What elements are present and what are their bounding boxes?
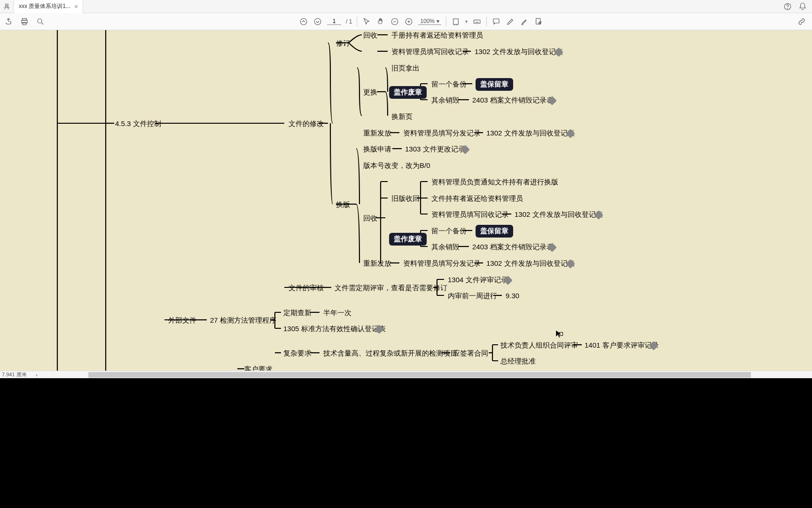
toolbar: / 1 100%▾ ▾ xyxy=(0,13,812,30)
edit-doc-icon[interactable] xyxy=(534,17,543,26)
node-1302-4: 1302 文件发放与回收登记表 xyxy=(486,259,575,268)
node-jiuban-shouhui: 旧版收回 xyxy=(391,194,420,203)
comment-icon[interactable] xyxy=(492,17,501,26)
node-gaibaoliu2: 盖保留章 xyxy=(476,225,513,238)
node-xiuding: 修订 xyxy=(336,39,350,48)
file-tab[interactable]: xxx 质量体系培训1... × xyxy=(14,0,83,13)
node-wenjian-fanhuan: 文件持有者返还给资料管理员 xyxy=(431,194,523,203)
page-input[interactable] xyxy=(327,18,341,25)
node-huanban: 换版 xyxy=(336,200,350,209)
node-1302-1: 1302 文件发放与回收登记表 xyxy=(475,48,563,56)
zoom-in-icon[interactable] xyxy=(404,17,414,26)
svg-point-1 xyxy=(788,8,788,8)
node-jiuye: 旧页拿出 xyxy=(391,64,420,73)
help-icon[interactable] xyxy=(783,2,792,11)
zoom-out-icon[interactable] xyxy=(390,17,399,26)
svg-point-6 xyxy=(300,18,307,25)
node-liubeifen1: 留一个备份 xyxy=(431,80,467,89)
cursor-box xyxy=(559,332,563,336)
node-kehu: 客户要求 xyxy=(244,365,273,371)
node-dingqi-chaxin: 定期查新 xyxy=(283,309,312,318)
node-zongjingli: 总经理批准 xyxy=(500,357,536,366)
svg-point-7 xyxy=(314,18,321,25)
node-ziliao-huishou: 资料管理员填写回收记录 xyxy=(391,48,469,56)
node-waibu: 外部文件 xyxy=(168,316,196,325)
node-gaizuofei1: 盖作废章 xyxy=(389,86,427,99)
hand-icon[interactable] xyxy=(376,17,385,26)
svg-rect-13 xyxy=(536,18,540,24)
chevron-down-icon: ▾ xyxy=(465,19,468,24)
node-1302-2: 1302 文件发放与回收登记表 xyxy=(486,129,575,138)
svg-rect-10 xyxy=(453,19,459,24)
node-jishu-fuze: 技术负责人组织合同评审 xyxy=(500,341,578,350)
node-453: 4.5.3 文件控制 xyxy=(115,119,161,128)
node-1401: 1401 客户要求评审记录 xyxy=(585,341,659,350)
node-1305: 1305 标准方法有效性确认登记表 xyxy=(283,325,386,333)
node-2403-2: 2403 档案文件销毁记录表 xyxy=(472,243,554,252)
node-ziliao-fenfa2: 资料管理员填写分发记录 xyxy=(403,259,481,268)
node-gaibaoliu1: 盖保留章 xyxy=(476,78,513,91)
node-neishen: 内审前一周进行 xyxy=(448,292,497,301)
node-banben: 版本号改变，改为B/0 xyxy=(363,161,430,170)
pen-icon[interactable] xyxy=(506,17,515,26)
titlebar: 具 xxx 质量体系培训1... × xyxy=(0,0,812,13)
fit-width-icon[interactable] xyxy=(451,17,461,26)
node-jishu: 技术含量高、过程复杂或新开展的检测项目 xyxy=(323,349,457,358)
node-yingqian: 应签署合同 xyxy=(453,349,488,358)
close-icon[interactable]: × xyxy=(74,3,78,10)
bell-icon[interactable] xyxy=(798,2,807,11)
node-27: 27 检测方法管理程序 xyxy=(210,316,276,325)
node-qiyuxiaohu2: 其余销毁 xyxy=(431,243,460,252)
tab-title: xxx 质量体系培训1... xyxy=(19,2,70,10)
node-liubeifen2: 留一个备份 xyxy=(431,227,467,236)
node-huanban-shenqing: 换版申请 xyxy=(363,145,391,154)
upload-icon[interactable] xyxy=(4,17,13,26)
node-huanxinye: 换新页 xyxy=(391,112,413,121)
node-chongxin2: 重新发放 xyxy=(363,259,391,268)
node-wenjian-shenhe: 文件的审核 xyxy=(289,284,324,293)
node-chongxin1: 重新发放 xyxy=(363,129,391,138)
node-1303: 1303 文件更改记录 xyxy=(405,145,465,154)
document-canvas[interactable]: 4.5.3 文件控制 文件的修改 修订 回收 手册持有者返还给资料管理员 资料管… xyxy=(0,30,812,371)
zoom-dropdown[interactable]: 100%▾ xyxy=(418,18,441,25)
page-down-icon[interactable] xyxy=(313,17,322,26)
search-icon[interactable] xyxy=(36,17,45,26)
node-doc-modify: 文件的修改 xyxy=(289,119,324,128)
tab-stub: 具 xyxy=(0,0,14,13)
node-genghuan: 更换 xyxy=(363,88,377,97)
node-huishou2: 回收 xyxy=(363,214,377,223)
svg-rect-11 xyxy=(474,20,480,24)
status-coord: 7.941 厘米 xyxy=(2,371,27,378)
horizontal-scrollbar[interactable] xyxy=(88,372,751,378)
node-dingqi-pingshen: 文件需定期评审，查看是否需要修订 xyxy=(335,284,447,293)
black-region xyxy=(0,378,812,508)
pointer-icon[interactable] xyxy=(362,17,371,26)
node-fuza: 复杂要求 xyxy=(283,349,312,358)
page-up-icon[interactable] xyxy=(299,17,308,26)
node-qiyuxiaohu1: 其余销毁 xyxy=(431,96,460,105)
print-icon[interactable] xyxy=(20,17,29,26)
node-930: 9.30 xyxy=(506,292,519,300)
node-1304: 1304 文件评审记录 xyxy=(448,276,508,285)
node-1302-3: 1302 文件发放与回收登记表 xyxy=(515,210,603,219)
node-ziliao-fenfa1: 资料管理员填写分发记录 xyxy=(403,129,481,138)
svg-rect-4 xyxy=(23,22,26,24)
node-2403-1: 2403 档案文件销毁记录表 xyxy=(472,96,554,105)
node-gaizuofei2: 盖作废章 xyxy=(389,233,427,246)
svg-point-5 xyxy=(38,19,42,23)
keyboard-icon[interactable] xyxy=(472,17,482,26)
node-ziliao-huishou2: 资料管理员填写回收记录 xyxy=(431,210,509,219)
svg-rect-12 xyxy=(493,19,499,23)
statusbar: 7.941 厘米 ‹ xyxy=(0,371,812,378)
highlighter-icon[interactable] xyxy=(520,17,529,26)
scroll-left-icon[interactable]: ‹ xyxy=(36,372,38,378)
node-bannian: 半年一次 xyxy=(323,309,351,318)
node-shouce: 手册持有者返还给资料管理员 xyxy=(391,31,483,40)
chevron-down-icon: ▾ xyxy=(437,18,439,24)
node-huishou1: 回收 xyxy=(363,31,377,40)
link-icon[interactable] xyxy=(797,17,806,26)
node-ziliao-tongzhi: 资料管理员负责通知文件持有者进行换版 xyxy=(431,178,558,187)
page-total: / 1 xyxy=(346,18,352,25)
